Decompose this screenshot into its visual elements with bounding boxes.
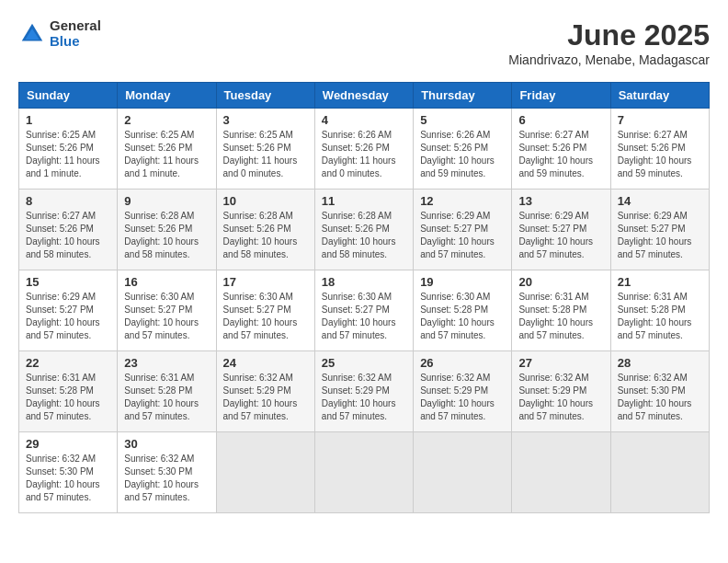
column-header-saturday: Saturday [610, 83, 709, 109]
day-info: Sunrise: 6:30 AM Sunset: 5:27 PM Dayligh… [223, 291, 308, 342]
calendar-cell: 6Sunrise: 6:27 AM Sunset: 5:26 PM Daylig… [512, 109, 610, 190]
day-number: 1 [26, 113, 110, 127]
calendar-cell: 27Sunrise: 6:32 AM Sunset: 5:29 PM Dayli… [512, 351, 610, 432]
week-row-3: 15Sunrise: 6:29 AM Sunset: 5:27 PM Dayli… [19, 270, 710, 351]
day-info: Sunrise: 6:31 AM Sunset: 5:28 PM Dayligh… [26, 372, 110, 423]
logo-text: General Blue [50, 18, 101, 49]
logo-blue-text: Blue [50, 34, 101, 50]
day-info: Sunrise: 6:29 AM Sunset: 5:27 PM Dayligh… [26, 291, 110, 342]
calendar-cell: 17Sunrise: 6:30 AM Sunset: 5:27 PM Dayli… [216, 270, 314, 351]
column-header-thursday: Thursday [414, 83, 512, 109]
day-info: Sunrise: 6:25 AM Sunset: 5:26 PM Dayligh… [26, 129, 110, 180]
day-number: 24 [223, 356, 308, 370]
day-number: 12 [420, 194, 505, 208]
week-row-2: 8Sunrise: 6:27 AM Sunset: 5:26 PM Daylig… [19, 190, 710, 270]
day-number: 6 [518, 113, 603, 127]
calendar-cell: 14Sunrise: 6:29 AM Sunset: 5:27 PM Dayli… [610, 190, 709, 270]
day-number: 29 [26, 437, 110, 451]
calendar-cell: 16Sunrise: 6:30 AM Sunset: 5:27 PM Dayli… [118, 270, 216, 351]
day-info: Sunrise: 6:27 AM Sunset: 5:26 PM Dayligh… [26, 210, 110, 261]
calendar-cell: 10Sunrise: 6:28 AM Sunset: 5:26 PM Dayli… [216, 190, 314, 270]
day-number: 25 [322, 356, 406, 370]
day-number: 19 [420, 275, 505, 289]
calendar-cell [414, 432, 512, 513]
day-number: 5 [420, 113, 505, 127]
day-info: Sunrise: 6:26 AM Sunset: 5:26 PM Dayligh… [420, 129, 505, 180]
calendar-cell: 20Sunrise: 6:31 AM Sunset: 5:28 PM Dayli… [512, 270, 610, 351]
calendar-cell: 7Sunrise: 6:27 AM Sunset: 5:26 PM Daylig… [610, 109, 709, 190]
day-number: 26 [420, 356, 505, 370]
calendar-cell: 22Sunrise: 6:31 AM Sunset: 5:28 PM Dayli… [19, 351, 118, 432]
calendar-cell: 12Sunrise: 6:29 AM Sunset: 5:27 PM Dayli… [414, 190, 512, 270]
calendar-cell: 21Sunrise: 6:31 AM Sunset: 5:28 PM Dayli… [610, 270, 709, 351]
week-row-1: 1Sunrise: 6:25 AM Sunset: 5:26 PM Daylig… [19, 109, 710, 190]
page-header: General Blue June 2025 Miandrivazo, Mena… [18, 18, 710, 67]
calendar-cell: 23Sunrise: 6:31 AM Sunset: 5:28 PM Dayli… [118, 351, 216, 432]
day-number: 11 [322, 194, 406, 208]
month-title: June 2025 [508, 18, 710, 52]
day-number: 15 [26, 275, 110, 289]
day-info: Sunrise: 6:28 AM Sunset: 5:26 PM Dayligh… [322, 210, 406, 261]
day-number: 9 [124, 194, 209, 208]
week-row-5: 29Sunrise: 6:32 AM Sunset: 5:30 PM Dayli… [19, 432, 710, 513]
day-info: Sunrise: 6:32 AM Sunset: 5:29 PM Dayligh… [322, 372, 406, 423]
day-number: 13 [518, 194, 603, 208]
day-info: Sunrise: 6:32 AM Sunset: 5:29 PM Dayligh… [518, 372, 603, 423]
calendar-cell [512, 432, 610, 513]
day-number: 4 [322, 113, 406, 127]
day-info: Sunrise: 6:28 AM Sunset: 5:26 PM Dayligh… [124, 210, 209, 261]
calendar-cell: 26Sunrise: 6:32 AM Sunset: 5:29 PM Dayli… [414, 351, 512, 432]
calendar-cell: 11Sunrise: 6:28 AM Sunset: 5:26 PM Dayli… [314, 190, 413, 270]
calendar-cell: 1Sunrise: 6:25 AM Sunset: 5:26 PM Daylig… [19, 109, 118, 190]
day-info: Sunrise: 6:30 AM Sunset: 5:28 PM Dayligh… [420, 291, 505, 342]
calendar-cell: 5Sunrise: 6:26 AM Sunset: 5:26 PM Daylig… [414, 109, 512, 190]
logo: General Blue [18, 18, 101, 49]
day-info: Sunrise: 6:31 AM Sunset: 5:28 PM Dayligh… [518, 291, 603, 342]
day-info: Sunrise: 6:30 AM Sunset: 5:27 PM Dayligh… [322, 291, 406, 342]
day-number: 17 [223, 275, 308, 289]
calendar-cell: 30Sunrise: 6:32 AM Sunset: 5:30 PM Dayli… [118, 432, 216, 513]
column-header-wednesday: Wednesday [314, 83, 413, 109]
title-block: June 2025 Miandrivazo, Menabe, Madagasca… [508, 18, 710, 67]
day-info: Sunrise: 6:32 AM Sunset: 5:29 PM Dayligh… [223, 372, 308, 423]
day-number: 30 [124, 437, 209, 451]
calendar-cell: 2Sunrise: 6:25 AM Sunset: 5:26 PM Daylig… [118, 109, 216, 190]
day-info: Sunrise: 6:29 AM Sunset: 5:27 PM Dayligh… [518, 210, 603, 261]
day-info: Sunrise: 6:28 AM Sunset: 5:26 PM Dayligh… [223, 210, 308, 261]
day-info: Sunrise: 6:32 AM Sunset: 5:29 PM Dayligh… [420, 372, 505, 423]
calendar-cell: 3Sunrise: 6:25 AM Sunset: 5:26 PM Daylig… [216, 109, 314, 190]
day-number: 22 [26, 356, 110, 370]
calendar-cell [216, 432, 314, 513]
day-number: 20 [518, 275, 603, 289]
day-info: Sunrise: 6:27 AM Sunset: 5:26 PM Dayligh… [618, 129, 702, 180]
day-number: 3 [223, 113, 308, 127]
calendar-cell: 24Sunrise: 6:32 AM Sunset: 5:29 PM Dayli… [216, 351, 314, 432]
calendar-cell [610, 432, 709, 513]
day-number: 8 [26, 194, 110, 208]
day-number: 27 [518, 356, 603, 370]
day-info: Sunrise: 6:31 AM Sunset: 5:28 PM Dayligh… [618, 291, 702, 342]
calendar-cell: 13Sunrise: 6:29 AM Sunset: 5:27 PM Dayli… [512, 190, 610, 270]
day-number: 2 [124, 113, 209, 127]
location-subtitle: Miandrivazo, Menabe, Madagascar [508, 52, 710, 67]
logo-icon [18, 20, 46, 48]
calendar-cell: 9Sunrise: 6:28 AM Sunset: 5:26 PM Daylig… [118, 190, 216, 270]
day-info: Sunrise: 6:25 AM Sunset: 5:26 PM Dayligh… [124, 129, 209, 180]
column-header-sunday: Sunday [19, 83, 118, 109]
day-number: 7 [618, 113, 702, 127]
week-row-4: 22Sunrise: 6:31 AM Sunset: 5:28 PM Dayli… [19, 351, 710, 432]
calendar-cell: 8Sunrise: 6:27 AM Sunset: 5:26 PM Daylig… [19, 190, 118, 270]
day-info: Sunrise: 6:32 AM Sunset: 5:30 PM Dayligh… [26, 453, 110, 504]
column-header-friday: Friday [512, 83, 610, 109]
day-number: 28 [618, 356, 702, 370]
day-info: Sunrise: 6:29 AM Sunset: 5:27 PM Dayligh… [420, 210, 505, 261]
day-number: 10 [223, 194, 308, 208]
calendar-cell: 29Sunrise: 6:32 AM Sunset: 5:30 PM Dayli… [19, 432, 118, 513]
calendar-header-row: SundayMondayTuesdayWednesdayThursdayFrid… [19, 83, 710, 109]
calendar-cell: 18Sunrise: 6:30 AM Sunset: 5:27 PM Dayli… [314, 270, 413, 351]
day-info: Sunrise: 6:29 AM Sunset: 5:27 PM Dayligh… [618, 210, 702, 261]
calendar-table: SundayMondayTuesdayWednesdayThursdayFrid… [18, 82, 710, 513]
day-info: Sunrise: 6:27 AM Sunset: 5:26 PM Dayligh… [518, 129, 603, 180]
day-number: 16 [124, 275, 209, 289]
day-number: 21 [618, 275, 702, 289]
